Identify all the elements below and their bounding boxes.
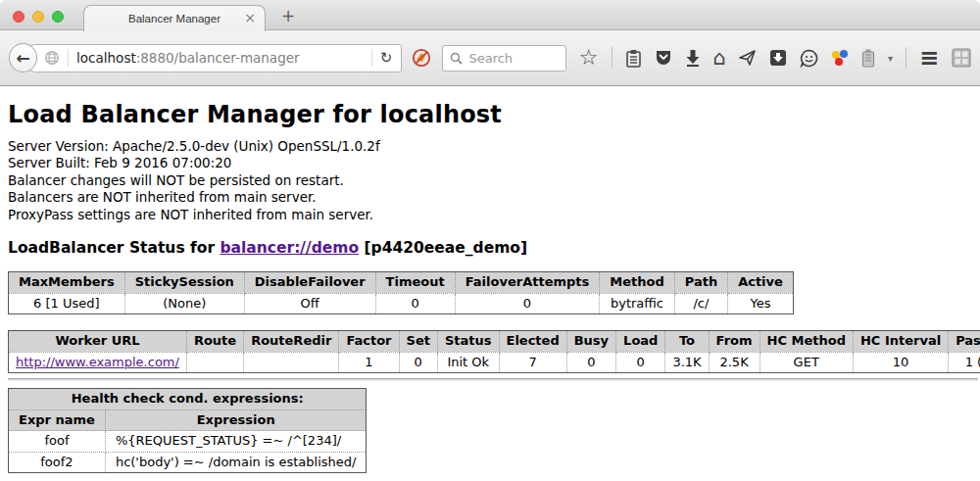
emoji-smiley-icon[interactable]: [800, 49, 818, 68]
url-domain: localhost: [76, 50, 136, 66]
chevron-down-icon[interactable]: ▾: [888, 53, 893, 64]
toolbar-separator-2: [906, 47, 906, 69]
send-icon[interactable]: [739, 49, 757, 67]
col-from: From: [709, 331, 760, 353]
zoom-window-button[interactable]: [52, 11, 64, 23]
cell-busy: 0: [566, 352, 615, 373]
persist-warning-line: Balancer changes will NOT be persisted o…: [8, 172, 980, 189]
server-version-line: Server Version: Apache/2.5.0-dev (Unix) …: [8, 138, 980, 155]
battery-extension-icon[interactable]: [861, 49, 875, 68]
toolbar-separator: [612, 47, 612, 69]
home-icon[interactable]: ⌂: [713, 48, 726, 68]
url-bar[interactable]: localhost:8880/balancer-manager ↻: [22, 44, 402, 72]
health-check-expressions-table: Health check cond. expressions: Expr nam…: [8, 388, 367, 473]
col-busy: Busy: [566, 331, 615, 353]
cell-route: [186, 352, 243, 373]
globe-icon: [44, 50, 60, 66]
downloads-icon[interactable]: [685, 49, 701, 67]
col-hc-method: HC Method: [760, 331, 853, 353]
cell-load: 0: [616, 352, 665, 373]
col-load: Load: [616, 331, 665, 353]
table-title-row: Health check cond. expressions:: [9, 389, 367, 410]
worker-url-link[interactable]: http://www.example.com/: [16, 355, 179, 369]
cell-to: 3.1K: [665, 352, 709, 373]
col-timeout: Timeout: [375, 272, 455, 294]
table-header-row: MaxMembers StickySession DisableFailover…: [9, 272, 794, 294]
worker-row: http://www.example.com/ 1 0 Init Ok 7 0 …: [9, 352, 980, 373]
url-path: :8880/balancer-manager: [136, 50, 300, 66]
cell-passes: 1 (0): [949, 352, 980, 373]
cell-from: 2.5K: [709, 352, 760, 373]
browser-tab[interactable]: Balancer Manager ×: [83, 5, 266, 31]
cell-expr-name: foof2: [9, 452, 106, 473]
window-controls: [13, 11, 64, 23]
server-info: Server Version: Apache/2.5.0-dev (Unix) …: [8, 138, 980, 223]
cell-hc-interval: 10: [853, 352, 948, 373]
col-elected: Elected: [499, 331, 566, 353]
col-set: Set: [399, 331, 437, 353]
search-icon: [450, 52, 463, 65]
cell-hc-method: GET: [760, 352, 853, 373]
close-window-button[interactable]: [13, 11, 24, 23]
pocket-icon[interactable]: [655, 49, 672, 67]
cell-timeout: 0: [375, 293, 455, 314]
menu-hamburger-icon[interactable]: ≡: [919, 48, 939, 68]
loadbalancer-status-heading: LoadBalancer Status for balancer://demo …: [8, 239, 980, 257]
col-maxmembers: MaxMembers: [9, 272, 125, 294]
col-expr-name: Expr name: [9, 409, 106, 431]
status-heading-suffix: [p4420eeae_demo]: [359, 239, 527, 257]
reload-icon[interactable]: ↻: [380, 49, 393, 67]
col-passes: Passes: [949, 331, 980, 353]
tab-title: Balancer Manager: [128, 13, 220, 24]
extension-download-icon[interactable]: [769, 49, 787, 67]
cell-worker-url: http://www.example.com/: [9, 352, 187, 373]
urlbar-separator-right: [371, 49, 372, 67]
col-worker-url: Worker URL: [9, 331, 187, 353]
screenshot-grid-icon[interactable]: [952, 48, 971, 68]
balancer-demo-link[interactable]: balancer://demo: [220, 239, 359, 257]
table-row: 6 [1 Used] (None) Off 0 0 bytraffic /c/ …: [9, 293, 794, 314]
col-hc-interval: HC Interval: [853, 331, 948, 353]
bookmark-star-icon[interactable]: ☆: [579, 48, 599, 68]
url-text: localhost:8880/balancer-manager: [76, 50, 299, 66]
table-header-row: Worker URL Route RouteRedir Factor Set S…: [9, 331, 980, 353]
cell-disablefailover: Off: [244, 293, 375, 314]
health-table-title: Health check cond. expressions:: [9, 389, 367, 410]
minimize-window-button[interactable]: [32, 11, 44, 23]
search-input[interactable]: [468, 51, 552, 66]
worker-status-table: Worker URL Route RouteRedir Factor Set S…: [8, 330, 980, 373]
clipboard-icon[interactable]: [625, 49, 642, 68]
col-disablefailover: DisableFailover: [244, 272, 375, 294]
col-stickysession: StickySession: [124, 272, 244, 294]
cell-stickysession: (None): [124, 293, 244, 314]
cell-status: Init Ok: [437, 352, 499, 373]
back-arrow-icon: ←: [16, 48, 29, 68]
browser-toolbar: ← localhost:8880/balancer-manager ↻: [0, 30, 980, 86]
status-heading-prefix: LoadBalancer Status for: [8, 239, 220, 257]
proxypass-warning-line: ProxyPass settings are NOT inherited fro…: [8, 207, 980, 223]
col-routeredir: RouteRedir: [244, 331, 339, 353]
cell-path: /c/: [674, 293, 727, 314]
cell-routeredir: [244, 352, 339, 373]
cell-failoverattempts: 0: [455, 293, 600, 314]
cell-active: Yes: [728, 293, 794, 314]
col-active: Active: [728, 272, 794, 294]
cell-expression: %{REQUEST_STATUS} =~ /^[234]/: [105, 431, 367, 453]
col-method: Method: [600, 272, 674, 294]
color-dots-extension-icon[interactable]: [831, 49, 849, 67]
toolbar-icons: ☆ ⌂: [579, 47, 971, 69]
page-title: Load Balancer Manager for localhost: [8, 101, 980, 128]
col-path: Path: [674, 272, 727, 294]
tab-close-icon[interactable]: ×: [244, 10, 256, 25]
search-box[interactable]: [442, 45, 565, 72]
server-built-line: Server Built: Feb 9 2016 07:00:20: [8, 155, 980, 171]
new-tab-button[interactable]: +: [281, 6, 295, 25]
window-titlebar: Balancer Manager × +: [0, 0, 980, 30]
expression-row: foof2 hc('body') =~ /domain is establish…: [9, 452, 367, 473]
back-button[interactable]: ←: [9, 43, 37, 72]
cell-expression: hc('body') =~ /domain is established/: [105, 452, 367, 473]
cell-maxmembers: 6 [1 Used]: [9, 293, 125, 314]
cell-expr-name: foof: [9, 431, 106, 453]
col-factor: Factor: [339, 331, 399, 353]
content-blocker-icon[interactable]: [411, 47, 432, 69]
